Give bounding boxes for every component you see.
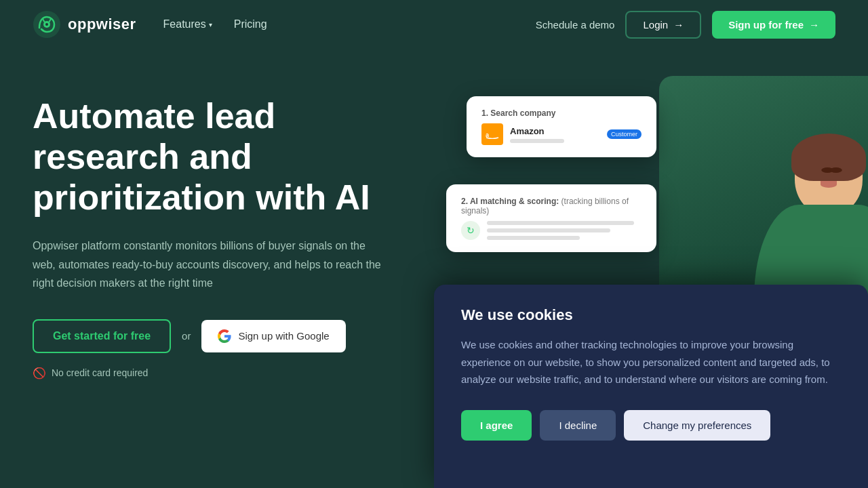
chevron-down-icon: ▾: [209, 21, 212, 28]
mockup-card-search: 1. Search company a Amazon Customer: [467, 96, 656, 157]
hero-title: Automate lead research and prioritizatio…: [33, 96, 412, 218]
no-credit-card-note: 🚫 No credit card required: [33, 367, 439, 380]
bar-line-1: [487, 221, 634, 225]
brand-name: oppwiser: [68, 16, 136, 33]
arrow-right-icon: →: [809, 19, 819, 30]
login-button[interactable]: Login →: [625, 11, 701, 39]
no-credit-card-icon: 🚫: [33, 367, 46, 380]
mockup-card-ai: 2. AI matching & scoring: (tracking bill…: [446, 184, 656, 252]
cookie-decline-button[interactable]: I decline: [540, 410, 616, 441]
google-icon: [218, 329, 231, 343]
signup-free-button[interactable]: Sign up for free →: [712, 11, 835, 39]
bar-line-2: [487, 228, 610, 232]
cookie-title: We use cookies: [461, 306, 841, 324]
arrow-right-icon: →: [673, 19, 684, 30]
cookie-agree-button[interactable]: I agree: [461, 410, 532, 441]
logo-icon: [33, 10, 61, 39]
navbar-right: Schedule a demo Login → Sign up for free…: [536, 11, 835, 39]
schedule-demo-link[interactable]: Schedule a demo: [536, 19, 615, 30]
navbar: oppwiser Features ▾ Pricing Schedule a d…: [0, 0, 868, 49]
ai-row: ↻: [461, 221, 642, 240]
company-sub-bar: [510, 139, 564, 143]
company-info: Amazon: [510, 126, 600, 143]
company-name: Amazon: [510, 126, 600, 136]
bar-line-3: [487, 236, 580, 240]
navbar-left: oppwiser Features ▾ Pricing: [33, 10, 267, 39]
nav-links: Features ▾ Pricing: [163, 18, 267, 30]
get-started-button[interactable]: Get started for free: [33, 319, 171, 353]
google-signup-button[interactable]: Sign up with Google: [201, 320, 345, 352]
hero-cta: Get started for free or Sign up with Goo…: [33, 319, 439, 353]
cookie-banner: We use cookies We use cookies and other …: [434, 285, 868, 488]
svg-point-2: [45, 23, 48, 26]
card-step-1: 1. Search company: [481, 108, 642, 118]
bar-lines: [487, 221, 642, 240]
amazon-logo: a: [481, 123, 503, 145]
features-nav-link[interactable]: Features ▾: [163, 18, 212, 30]
hero-subtitle: Oppwiser platform constantly monitors bi…: [33, 237, 385, 292]
card-company-row: a Amazon Customer: [481, 123, 642, 145]
pricing-nav-link[interactable]: Pricing: [234, 18, 267, 30]
customer-badge: Customer: [607, 129, 642, 139]
hero-left: Automate lead research and prioritizatio…: [33, 76, 439, 488]
svg-text:a: a: [486, 131, 490, 138]
sync-icon: ↻: [461, 221, 480, 240]
cookie-buttons: I agree I decline Change my preferences: [461, 410, 841, 441]
or-separator: or: [182, 330, 191, 342]
cookie-description: We use cookies and other tracking techno…: [461, 336, 841, 388]
card-step-2: 2. AI matching & scoring: (tracking bill…: [461, 197, 642, 216]
cookie-change-prefs-button[interactable]: Change my preferences: [624, 410, 770, 441]
logo[interactable]: oppwiser: [33, 10, 136, 39]
